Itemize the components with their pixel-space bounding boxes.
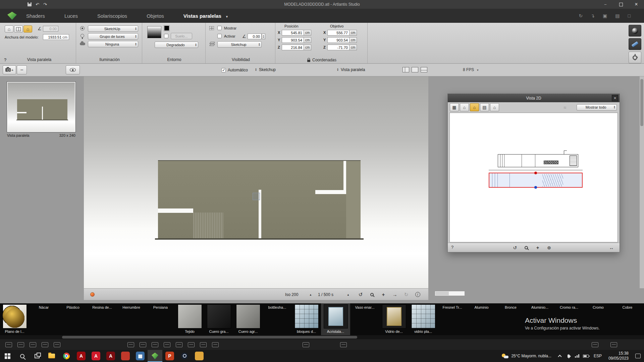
batch-render-icon[interactable]: ▣ <box>603 13 607 18</box>
shutter-up-arrow[interactable] <box>345 292 351 297</box>
target-y-field[interactable]: 903.54 <box>327 37 350 43</box>
iso-up-arrow[interactable] <box>308 292 313 297</box>
settings-button[interactable] <box>629 52 641 63</box>
angle-spinner[interactable] <box>262 34 265 39</box>
vehicle-icon[interactable] <box>127 342 134 347</box>
undo-icon[interactable] <box>356 291 365 298</box>
view-stepper[interactable]: Vista paralela <box>335 67 365 72</box>
upload-icon[interactable] <box>152 342 158 347</box>
perspective-view-icon[interactable]: ⌂ <box>490 103 499 111</box>
style-stepper[interactable]: Sketchup <box>254 67 276 72</box>
brush-tool-icon[interactable] <box>30 342 36 347</box>
redo-icon[interactable] <box>402 291 411 298</box>
layout-horizontal-icon[interactable] <box>421 67 427 72</box>
enable-checkbox[interactable] <box>217 34 222 38</box>
camera-move-icon[interactable] <box>545 244 553 251</box>
camera-point[interactable] <box>534 172 537 174</box>
target-point[interactable] <box>534 186 537 189</box>
section-view-icon[interactable]: ▤ <box>480 103 489 111</box>
taskbar-acrobat[interactable]: A <box>74 350 89 362</box>
material-item[interactable]: Aluminio <box>467 303 496 335</box>
printer-icon[interactable] <box>610 342 617 347</box>
material-item[interactable]: Vaso enar... <box>350 303 379 335</box>
material-item[interactable]: Cobre <box>613 303 642 335</box>
sync-icon[interactable]: ↻ <box>579 13 583 18</box>
material-item[interactable]: Resina de... <box>88 303 117 335</box>
undo-icon[interactable] <box>36 2 39 7</box>
material-item[interactable]: bloques d... <box>292 303 321 335</box>
clock[interactable]: 15:38 09/05/2023 <box>605 351 632 361</box>
material-item[interactable]: bottlesha... <box>263 303 292 335</box>
material-item[interactable]: Plástico <box>58 303 88 335</box>
vista-2d-titlebar[interactable]: Vista 2D <box>448 94 620 102</box>
material-item[interactable]: Cromo <box>584 303 613 335</box>
tab-shaders[interactable]: Shaders <box>26 13 45 19</box>
light-group-dropdown[interactable]: Grupo de luces <box>88 33 138 40</box>
auto-checkbox[interactable] <box>221 68 226 72</box>
vista-2d-canvas[interactable] <box>449 113 618 242</box>
material-item[interactable]: Bronce <box>496 303 525 335</box>
notification-center-icon[interactable] <box>632 350 644 362</box>
wave-tool-icon[interactable] <box>54 342 60 347</box>
lighting-style-dropdown[interactable]: SketchUp <box>88 25 138 32</box>
view-elevation-button[interactable] <box>23 25 32 33</box>
minimize-button[interactable] <box>598 0 613 9</box>
visibility-eye-button[interactable] <box>66 65 80 74</box>
tab-vistas-paralelas[interactable]: Vistas paralelas <box>183 13 228 19</box>
stepper-arrows-icon[interactable] <box>255 68 257 71</box>
material-item[interactable]: Cuero gra... <box>204 303 233 335</box>
grid-icon[interactable] <box>592 342 598 347</box>
taskbar-steam[interactable] <box>177 350 192 362</box>
background-color-swatch[interactable] <box>164 25 169 31</box>
position-z-field[interactable]: 216.84 <box>282 45 304 50</box>
weather-widget[interactable]: 25°C Mayorm. nubla... <box>498 350 555 362</box>
top-view-icon[interactable]: ⌂ <box>460 103 469 111</box>
taskbar-calculator[interactable]: ▦ <box>133 350 148 362</box>
scrollbar-thumb[interactable] <box>640 79 643 126</box>
background-gradient-swatch[interactable] <box>147 26 161 38</box>
taskbar-artlantis[interactable] <box>148 350 162 362</box>
material-item[interactable]: Aluminio... <box>525 303 554 335</box>
vertical-scrollbar[interactable] <box>639 76 644 288</box>
view-split-button[interactable] <box>14 25 23 33</box>
maximize-button[interactable] <box>613 0 629 9</box>
lock-icon[interactable] <box>307 60 310 62</box>
vista-2d-filter[interactable]: Mostrar todo <box>577 104 617 111</box>
battery-icon[interactable] <box>582 350 590 362</box>
billboard-icon[interactable] <box>140 342 146 347</box>
elevation-view-icon[interactable]: ⌂ <box>470 103 479 111</box>
scrollbar-thumb[interactable] <box>62 336 357 339</box>
undo-icon[interactable] <box>511 244 519 251</box>
model-width-field[interactable]: 1933.51 cm <box>43 34 69 40</box>
close-button[interactable] <box>629 0 644 9</box>
keyboard-language[interactable]: ESP <box>590 354 605 358</box>
material-item[interactable]: Cuero agr... <box>233 303 263 335</box>
exit-icon[interactable] <box>390 291 399 298</box>
camera-angle-field[interactable]: 0.00 <box>43 26 58 32</box>
layout-single-icon[interactable] <box>402 67 409 72</box>
close-icon[interactable] <box>612 95 618 101</box>
volume-icon[interactable] <box>564 350 573 362</box>
scrollbar-thumb[interactable] <box>435 292 449 295</box>
ground-checkbox[interactable] <box>164 34 168 38</box>
material-item[interactable]: Vidrio de... <box>379 303 409 335</box>
pan-icon[interactable] <box>534 244 542 251</box>
link-icon[interactable] <box>164 342 170 347</box>
image-icon[interactable] <box>303 342 309 347</box>
zoom-icon[interactable] <box>368 291 376 298</box>
position-y-field[interactable]: 903.54 <box>282 37 304 43</box>
home-icon[interactable] <box>200 342 207 347</box>
network-icon[interactable] <box>573 350 582 362</box>
material-item[interactable]: Tejido <box>175 303 204 335</box>
flip-horizontal-icon[interactable] <box>607 244 615 251</box>
split-view-icon[interactable]: ▦ <box>450 103 459 111</box>
list-tool-icon[interactable] <box>17 342 24 347</box>
taskbar-adobe-app[interactable]: A <box>89 350 103 362</box>
taskbar-search[interactable] <box>15 350 30 362</box>
material-item[interactable]: Persiana <box>146 303 175 335</box>
tab-objetos[interactable]: Objetos <box>147 13 164 19</box>
export-icon[interactable]: ↴ <box>591 13 595 18</box>
taskbar-powerpoint[interactable]: P <box>162 350 177 362</box>
preview-thumbnail[interactable] <box>7 82 75 132</box>
render-icon[interactable]: ▤ <box>615 13 620 18</box>
